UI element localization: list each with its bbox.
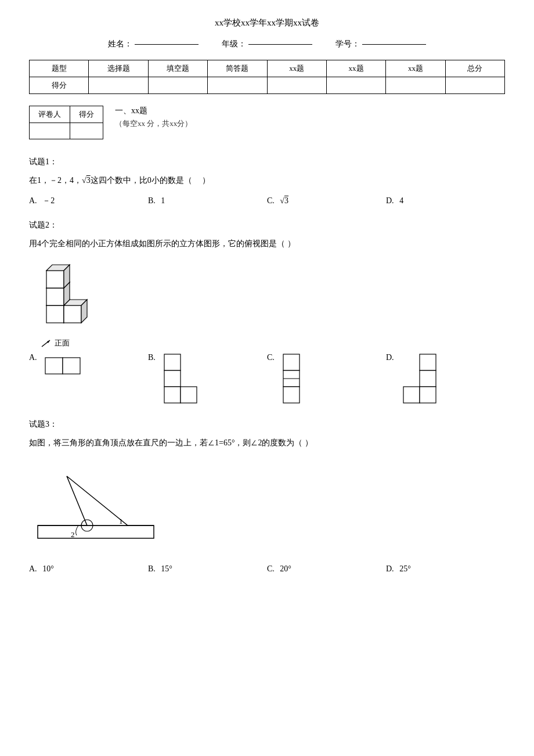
q3-opt-a-value: 10° — [41, 564, 54, 574]
q3-option-c: C. 20° — [267, 564, 386, 574]
eval-person-value — [30, 123, 70, 139]
q2-option-d: D. — [386, 353, 505, 405]
score-table-value-row: 得分 — [30, 77, 505, 94]
q2-options: A. B. C. — [29, 353, 505, 405]
score-table-header-row: 题型 选择题 填空题 简答题 xx题 xx题 xx题 总分 — [30, 60, 505, 77]
q2-text: 用4个完全相同的小正方体组成如图所示的立方体图形，它的俯视图是（ ） — [29, 236, 505, 251]
q3-opt-d-value: 25° — [398, 564, 411, 574]
q2-option-a: A. — [29, 353, 148, 376]
q2-opt-c-svg — [282, 353, 323, 405]
svg-rect-28 — [38, 525, 154, 538]
q1-options: A. －2 B. 1 C. √3 D. 4 — [29, 196, 505, 206]
question-1: 试题1： 在1，－2，4，√3这四个数中，比0小的数是（ ） A. －2 B. … — [29, 157, 505, 206]
col-short: 简答题 — [208, 60, 267, 77]
q1-sqrt3: √3 — [82, 176, 91, 185]
q2-opt-b-svg — [163, 353, 204, 405]
section-title: 一、xx题 — [115, 106, 192, 116]
arrow-icon — [41, 339, 52, 348]
score-xx3 — [386, 77, 445, 94]
col-choice: 选择题 — [89, 60, 148, 77]
col-xx1: xx题 — [267, 60, 326, 77]
question-2: 试题2： 用4个完全相同的小正方体组成如图所示的立方体图形，它的俯视图是（ ） — [29, 220, 505, 405]
q2-figure: 正面 — [41, 259, 505, 348]
score-fill — [148, 77, 207, 94]
svg-rect-9 — [46, 271, 64, 288]
col-type: 题型 — [30, 60, 89, 77]
name-label: 姓名： — [108, 39, 132, 49]
q2-3d-svg — [41, 259, 116, 334]
q1-option-a: A. －2 — [29, 196, 148, 206]
q3-opt-d-key: D. — [386, 564, 394, 574]
q2-direction: 正面 — [41, 338, 505, 348]
page-title: xx学校xx学年xx学期xx试卷 — [29, 17, 505, 28]
svg-rect-24 — [420, 354, 436, 370]
q2-option-c: C. — [267, 353, 386, 405]
q3-opt-a-key: A. — [29, 564, 37, 574]
eval-person-label: 评卷人 — [30, 106, 70, 123]
eval-score-value — [70, 123, 103, 139]
svg-rect-16 — [164, 354, 181, 370]
q1-option-c-value: √3 — [278, 196, 288, 206]
score-table: 题型 选择题 填空题 简答题 xx题 xx题 xx题 总分 得分 — [29, 60, 505, 94]
score-short — [208, 77, 267, 94]
q1-text: 在1，－2，4，√3这四个数中，比0小的数是（ ） — [29, 173, 505, 188]
q1-option-d-key: D. — [386, 196, 394, 206]
score-choice — [89, 77, 148, 94]
q2-opt-a-svg — [44, 353, 85, 376]
q2-opt-a-key: A. — [29, 353, 41, 362]
eval-score-label: 得分 — [70, 106, 103, 123]
id-label: 学号： — [335, 39, 360, 49]
q1-option-d-value: 4 — [398, 196, 404, 206]
col-xx3: xx题 — [386, 60, 445, 77]
q3-option-d: D. 25° — [386, 564, 505, 574]
grade-label: 年级： — [222, 39, 246, 49]
q3-opt-c-value: 20° — [278, 564, 291, 574]
q3-option-a: A. 10° — [29, 564, 148, 574]
grade-line — [248, 44, 312, 45]
q3-opt-b-key: B. — [148, 564, 156, 574]
q3-angle2-label: 2 — [71, 530, 75, 539]
name-line — [135, 44, 199, 45]
q2-option-b: B. — [148, 353, 267, 405]
q1-option-d: D. 4 — [386, 196, 505, 206]
svg-rect-14 — [45, 358, 63, 374]
q2-opt-d-key: D. — [386, 353, 398, 362]
eval-table: 评卷人 得分 — [29, 106, 103, 139]
svg-rect-27 — [420, 387, 436, 403]
section-desc: （每空xx 分，共xx分） — [115, 118, 192, 129]
q2-direction-label: 正面 — [55, 338, 70, 348]
q3-opt-c-key: C. — [267, 564, 275, 574]
q1-option-a-value: －2 — [41, 196, 55, 206]
svg-rect-23 — [283, 387, 300, 403]
svg-rect-3 — [64, 305, 81, 323]
svg-rect-20 — [283, 354, 300, 370]
score-label: 得分 — [30, 77, 89, 94]
q1-option-b-key: B. — [148, 196, 156, 206]
eval-info: 一、xx题 （每空xx 分，共xx分） — [115, 106, 192, 129]
q3-figure-svg: 1 2 — [35, 459, 163, 557]
q3-options: A. 10° B. 15° C. 20° D. 25° — [29, 564, 505, 574]
svg-rect-6 — [46, 288, 64, 305]
q1-option-a-key: A. — [29, 196, 37, 206]
q3-angle1-label: 1 — [119, 517, 123, 525]
eval-section: 评卷人 得分 一、xx题 （每空xx 分，共xx分） — [29, 106, 505, 139]
q2-opt-c-key: C. — [267, 353, 279, 362]
svg-rect-26 — [403, 387, 420, 403]
svg-rect-0 — [46, 305, 64, 323]
q3-text: 如图，将三角形的直角顶点放在直尺的一边上，若∠1=65°，则∠2的度数为（ ） — [29, 435, 505, 450]
svg-rect-19 — [181, 387, 197, 403]
col-xx2: xx题 — [326, 60, 385, 77]
q2-opt-b-key: B. — [148, 353, 160, 362]
q3-option-b: B. 15° — [148, 564, 267, 574]
question-3: 试题3： 如图，将三角形的直角顶点放在直尺的一边上，若∠1=65°，则∠2的度数… — [29, 419, 505, 573]
q1-option-b-value: 1 — [159, 196, 165, 206]
svg-rect-18 — [164, 387, 181, 403]
score-total — [445, 77, 504, 94]
student-info: 姓名： 年级： 学号： — [29, 39, 505, 49]
q3-figure: 1 2 — [35, 459, 505, 560]
q1-option-c: C. √3 — [267, 196, 386, 206]
score-xx1 — [267, 77, 326, 94]
q1-option-c-key: C. — [267, 196, 275, 206]
q1-option-b: B. 1 — [148, 196, 267, 206]
col-fill: 填空题 — [148, 60, 207, 77]
